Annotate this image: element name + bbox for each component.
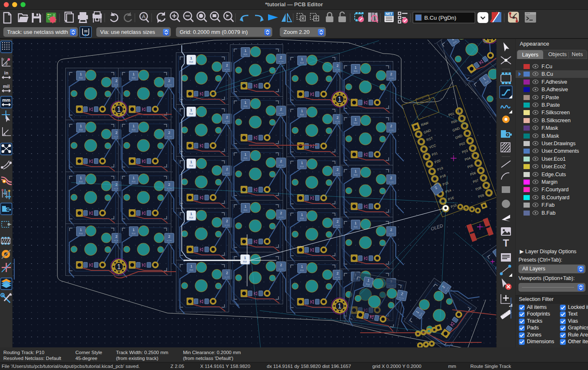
svg-text:R18: R18 [189, 164, 193, 167]
svg-text:R18: R18 [189, 113, 193, 115]
svg-text:in: in [4, 70, 8, 75]
svg-text:R18: R18 [189, 216, 193, 219]
svg-text:mm: mm [2, 98, 10, 103]
svg-text:A: A [142, 13, 146, 20]
svg-text:T: T [503, 237, 509, 249]
svg-text:1: 1 [190, 160, 192, 164]
svg-text:1: 1 [190, 212, 192, 216]
svg-text:r: r [3, 57, 4, 62]
svg-text:NET: NET [386, 12, 393, 16]
svg-text:R18: R18 [189, 61, 193, 63]
svg-text:B.Cu (PgDn): B.Cu (PgDn) [424, 15, 456, 21]
svg-text:1: 1 [190, 56, 192, 60]
svg-text:mil: mil [3, 84, 10, 89]
svg-text:θ: θ [5, 62, 8, 66]
svg-text:1: 1 [244, 256, 246, 260]
svg-text:1: 1 [190, 108, 192, 112]
